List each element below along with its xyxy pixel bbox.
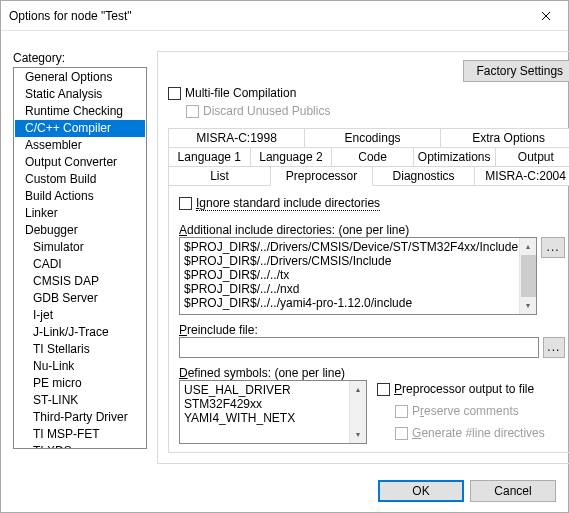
include-dir-line: $PROJ_DIR$/../Drivers/CMSIS/Include [184,254,518,268]
tab[interactable]: Output [495,147,570,167]
defined-symbols-textarea[interactable]: USE_HAL_DRIVERSTM32F429xxYAMI4_WITH_NETX… [179,380,367,444]
category-item[interactable]: C/C++ Compiler [15,120,145,137]
include-dir-line: $PROJ_DIR$/../../nxd [184,282,518,296]
cancel-button[interactable]: Cancel [470,480,556,502]
tab[interactable]: MISRA-C:2004 [474,166,569,186]
additional-include-label: Additional include directories: (one per… [179,223,565,237]
scroll-up-icon[interactable]: ▴ [520,238,537,255]
close-icon [541,11,551,21]
additional-include-textarea[interactable]: $PROJ_DIR$/../Drivers/CMSIS/Device/ST/ST… [179,237,537,315]
category-item[interactable]: Linker [15,205,145,222]
dialog-footer: OK Cancel [1,472,568,513]
tab[interactable]: Diagnostics [372,166,475,186]
pp-output-label: Preprocessor output to file [394,382,534,396]
preserve-comments-checkbox [395,405,408,418]
category-column: Category: General OptionsStatic Analysis… [13,51,147,464]
category-item[interactable]: Simulator [15,239,145,256]
ignore-std-inc-checkbox[interactable] [179,197,192,210]
category-item[interactable]: ST-LINK [15,392,145,409]
defined-symbol-line: YAMI4_WITH_NETX [184,411,348,425]
multifile-label: Multi-file Compilation [185,86,296,100]
category-item[interactable]: General Options [15,69,145,86]
discard-checkbox [186,105,199,118]
category-item[interactable]: Debugger [15,222,145,239]
main-panel: Factory Settings Multi-file Compilation … [157,51,569,464]
category-item[interactable]: CADI [15,256,145,273]
close-button[interactable] [524,1,568,31]
preinclude-input[interactable] [179,337,539,358]
category-item[interactable]: I-jet [15,307,145,324]
tab[interactable]: Extra Options [440,128,569,148]
category-list[interactable]: General OptionsStatic AnalysisRuntime Ch… [13,67,147,449]
defined-symbol-line: STM32F429xx [184,397,348,411]
category-item[interactable]: Runtime Checking [15,103,145,120]
category-item[interactable]: TI MSP-FET [15,426,145,443]
tab-content-preprocessor: Ignore standard include directories Addi… [168,185,569,453]
titlebar: Options for node "Test" [1,1,568,31]
include-dir-line: $PROJ_DIR$/../../tx [184,268,518,282]
tab[interactable]: Language 1 [168,147,251,167]
tab[interactable]: Code [331,147,414,167]
browse-include-button[interactable]: ... [541,237,565,258]
tab[interactable]: Language 2 [250,147,333,167]
category-item[interactable]: Assembler [15,137,145,154]
category-item[interactable]: Build Actions [15,188,145,205]
columns: Category: General OptionsStatic Analysis… [13,51,556,464]
category-item[interactable]: TI XDS [15,443,145,449]
tab[interactable]: Preprocessor [270,166,373,186]
scroll-up-icon[interactable]: ▴ [350,381,367,398]
tab[interactable]: List [168,166,271,186]
right-pane: Factory Settings Multi-file Compilation … [157,51,569,464]
category-item[interactable]: CMSIS DAP [15,273,145,290]
factory-settings-button[interactable]: Factory Settings [463,60,569,82]
scroll-down-icon[interactable]: ▾ [350,426,367,443]
tab[interactable]: MISRA-C:1998 [168,128,305,148]
gen-line-checkbox [395,427,408,440]
preinclude-label: Preinclude file: [179,323,565,337]
include-dir-line: $PROJ_DIR$/../Drivers/CMSIS/Device/ST/ST… [184,240,518,254]
tab[interactable]: Optimizations [413,147,496,167]
scrollbar[interactable]: ▴ ▾ [349,381,366,443]
ignore-std-inc-label: Ignore standard include directories [196,196,380,211]
ok-button[interactable]: OK [378,480,464,502]
browse-preinclude-button[interactable]: ... [543,337,565,358]
category-item[interactable]: Nu-Link [15,358,145,375]
include-dir-line: $PROJ_DIR$/../../yami4-pro-1.12.0/includ… [184,296,518,310]
dialog-body: Category: General OptionsStatic Analysis… [1,31,568,472]
gen-line-label: Generate #line directives [412,426,545,440]
category-item[interactable]: J-Link/J-Trace [15,324,145,341]
tab[interactable]: Encodings [304,128,441,148]
discard-label: Discard Unused Publics [203,104,330,118]
multifile-checkbox[interactable] [168,87,181,100]
scroll-down-icon[interactable]: ▾ [520,297,537,314]
category-item[interactable]: Third-Party Driver [15,409,145,426]
category-item[interactable]: Output Converter [15,154,145,171]
defined-symbol-line: USE_HAL_DRIVER [184,383,348,397]
category-item[interactable]: Static Analysis [15,86,145,103]
pp-output-checkbox[interactable] [377,383,390,396]
category-item[interactable]: PE micro [15,375,145,392]
scrollbar[interactable]: ▴ ▾ [519,238,536,314]
defined-symbols-label: Defined symbols: (one per line) [179,366,367,380]
scroll-thumb[interactable] [521,255,536,297]
tab-strip: MISRA-C:1998EncodingsExtra Options Langu… [168,128,569,185]
window-title: Options for node "Test" [9,9,132,23]
category-item[interactable]: TI Stellaris [15,341,145,358]
category-label: Category: [13,51,147,65]
preserve-comments-label: Preserve comments [412,404,519,418]
category-item[interactable]: GDB Server [15,290,145,307]
category-item[interactable]: Custom Build [15,171,145,188]
dialog-window: Options for node "Test" Category: Genera… [0,0,569,513]
